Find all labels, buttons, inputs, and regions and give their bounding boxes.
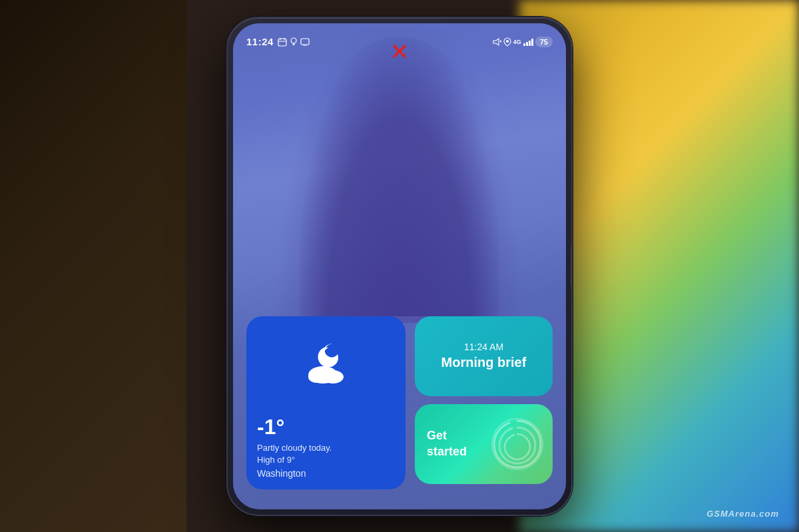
scene: 11:24	[0, 0, 799, 532]
signal-bars	[523, 38, 533, 46]
status-time: 11:24	[246, 36, 274, 47]
side-button[interactable]	[571, 246, 573, 286]
status-right: 4G 75	[492, 37, 553, 47]
status-left: 11:24	[246, 36, 310, 47]
gps-icon	[503, 37, 511, 47]
battery-badge: 75	[535, 37, 553, 47]
phone-wrapper: 11:24	[226, 17, 573, 516]
svg-point-14	[506, 40, 509, 43]
get-started-text: Getstarted	[427, 428, 467, 459]
brief-time: 11:24 AM	[464, 342, 503, 352]
get-started-widget[interactable]: Getstarted	[415, 404, 553, 484]
swirl-icon	[487, 414, 547, 474]
weather-icon-area	[257, 328, 395, 395]
weather-description: Partly cloudy today. High of 9°	[257, 442, 395, 466]
watermark: GSMArena.com	[706, 509, 779, 519]
weather-info: -1° Partly cloudy today. High of 9° Wash…	[257, 409, 395, 478]
svg-point-16	[322, 370, 344, 384]
svg-marker-11	[493, 39, 499, 45]
svg-rect-7	[301, 39, 309, 45]
svg-point-17	[308, 371, 324, 383]
brief-title: Morning brief	[441, 355, 527, 370]
moon-cloud-icon	[296, 332, 356, 392]
right-widgets: 11:24 AM Morning brief Getstarted	[415, 316, 553, 489]
bulb-icon	[290, 37, 298, 47]
status-bar: 11:24	[246, 31, 553, 53]
bg-left	[0, 0, 186, 532]
svg-point-4	[291, 38, 296, 43]
status-icons-right: 4G 75	[492, 37, 553, 47]
morning-brief-widget[interactable]: 11:24 AM Morning brief	[415, 316, 553, 396]
network-type: 4G	[513, 39, 521, 45]
screen-icon	[300, 38, 310, 46]
weather-widget[interactable]: -1° Partly cloudy today. High of 9° Wash…	[246, 316, 405, 489]
phone-outer: 11:24	[226, 17, 573, 516]
status-icons-left	[278, 37, 310, 47]
svg-rect-8	[303, 45, 307, 45]
calendar-icon	[278, 37, 287, 47]
widgets-area: -1° Partly cloudy today. High of 9° Wash…	[246, 316, 553, 489]
svg-rect-0	[278, 39, 286, 46]
close-button[interactable]	[390, 42, 409, 61]
weather-location: Washington	[257, 468, 395, 479]
weather-temperature: -1°	[257, 415, 395, 439]
phone-screen: 11:24	[233, 23, 566, 509]
mute-icon	[492, 37, 501, 47]
